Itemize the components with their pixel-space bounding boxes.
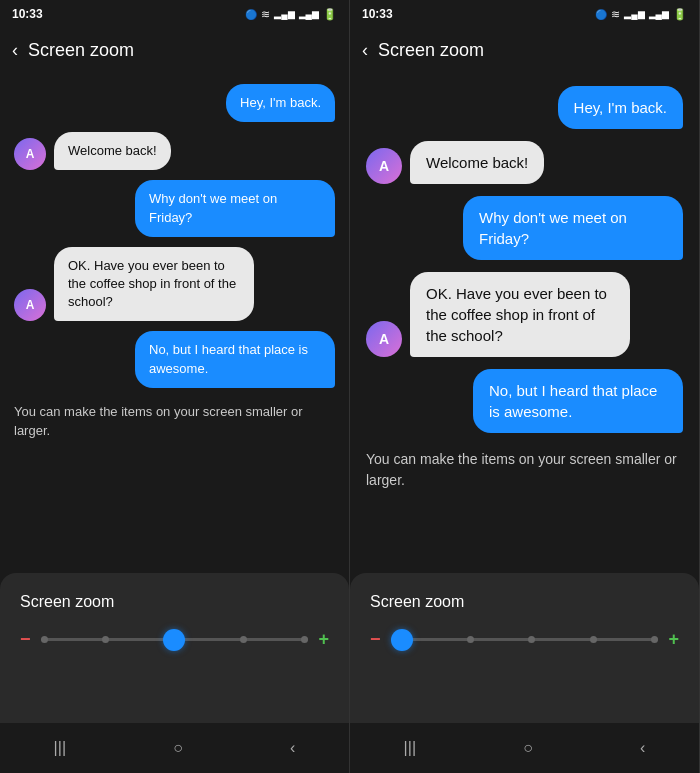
bubble-sent: No, but I heard that place is awesome. (135, 331, 335, 387)
status-bar-left: 10:33 🔵 ≋ ▂▄▆ ▂▄▆ 🔋 (0, 0, 349, 28)
slider-row-left[interactable]: − + (20, 629, 329, 650)
signal-icon: ▂▄▆ (274, 9, 294, 19)
back-nav-button-right[interactable]: ‹ (640, 739, 645, 757)
avatar: A (366, 321, 402, 357)
slider-row-right[interactable]: − + (370, 629, 679, 650)
page-title-right: Screen zoom (378, 40, 484, 61)
bluetooth-icon-r: 🔵 (595, 9, 607, 20)
menu-button-right[interactable]: ||| (404, 739, 416, 757)
zoom-panel-right: Screen zoom − + (350, 573, 699, 723)
message-row: Why don't we meet on Friday? (366, 196, 683, 260)
chat-area-left: Hey, I'm back. A Welcome back! Why don't… (0, 72, 349, 573)
slider-dot-active-r (391, 629, 413, 651)
bubble-sent: No, but I heard that place is awesome. (473, 369, 683, 433)
home-button-left[interactable]: ○ (173, 739, 183, 757)
zoom-panel-left: Screen zoom − + (0, 573, 349, 723)
home-bar-right: ||| ○ ‹ (350, 723, 699, 773)
message-row: Hey, I'm back. (14, 84, 335, 122)
slider-dots-right (391, 629, 659, 651)
back-nav-button-left[interactable]: ‹ (290, 739, 295, 757)
slider-track-left[interactable] (41, 638, 309, 641)
slider-dot-active (163, 629, 185, 651)
phone-panel-right: 10:33 🔵 ≋ ▂▄▆ ▂▄▆ 🔋 ‹ Screen zoom Hey, I… (350, 0, 700, 773)
status-bar-right: 10:33 🔵 ≋ ▂▄▆ ▂▄▆ 🔋 (350, 0, 699, 28)
home-button-right[interactable]: ○ (523, 739, 533, 757)
avatar: A (366, 148, 402, 184)
plus-icon-right[interactable]: + (668, 629, 679, 650)
slider-dot-1 (41, 636, 48, 643)
signal-icon-2-r: ▂▄▆ (649, 9, 669, 19)
back-button-right[interactable]: ‹ (362, 40, 368, 61)
bubble-received: OK. Have you ever been to the coffee sho… (410, 272, 630, 357)
bluetooth-icon: 🔵 (245, 9, 257, 20)
nav-bar-left: ‹ Screen zoom (0, 28, 349, 72)
slider-dot-r4 (651, 636, 658, 643)
slider-dot-2 (102, 636, 109, 643)
status-time-left: 10:33 (12, 7, 43, 21)
signal-icon-r: ▂▄▆ (624, 9, 644, 19)
home-bar-left: ||| ○ ‹ (0, 723, 349, 773)
page-title-left: Screen zoom (28, 40, 134, 61)
status-icons-left: 🔵 ≋ ▂▄▆ ▂▄▆ 🔋 (245, 8, 337, 21)
menu-button-left[interactable]: ||| (54, 739, 66, 757)
battery-icon: 🔋 (323, 8, 337, 21)
minus-icon-left[interactable]: − (20, 629, 31, 650)
slider-dots-left (41, 629, 309, 651)
plus-icon-left[interactable]: + (318, 629, 329, 650)
bubble-sent: Hey, I'm back. (558, 86, 683, 129)
description-text-right: You can make the items on your screen sm… (366, 445, 683, 495)
message-row: A Welcome back! (366, 141, 683, 184)
back-button-left[interactable]: ‹ (12, 40, 18, 61)
slider-dot-r3 (590, 636, 597, 643)
signal-icon-2: ▂▄▆ (299, 9, 319, 19)
slider-dot-r1 (467, 636, 474, 643)
bubble-sent: Why don't we meet on Friday? (135, 180, 335, 236)
zoom-label-right: Screen zoom (370, 593, 679, 611)
status-time-right: 10:33 (362, 7, 393, 21)
battery-icon-r: 🔋 (673, 8, 687, 21)
bubble-received: Welcome back! (410, 141, 544, 184)
bubble-sent: Why don't we meet on Friday? (463, 196, 683, 260)
avatar: A (14, 289, 46, 321)
message-row: Why don't we meet on Friday? (14, 180, 335, 236)
description-text-left: You can make the items on your screen sm… (14, 398, 335, 445)
wifi-icon-r: ≋ (611, 8, 620, 21)
message-row: A Welcome back! (14, 132, 335, 170)
message-row: Hey, I'm back. (366, 86, 683, 129)
message-row: No, but I heard that place is awesome. (366, 369, 683, 433)
minus-icon-right[interactable]: − (370, 629, 381, 650)
avatar: A (14, 138, 46, 170)
chat-area-right: Hey, I'm back. A Welcome back! Why don't… (350, 72, 699, 573)
bubble-sent: Hey, I'm back. (226, 84, 335, 122)
bubble-received: OK. Have you ever been to the coffee sho… (54, 247, 254, 322)
phone-panel-left: 10:33 🔵 ≋ ▂▄▆ ▂▄▆ 🔋 ‹ Screen zoom Hey, I… (0, 0, 350, 773)
message-row: A OK. Have you ever been to the coffee s… (14, 247, 335, 322)
zoom-label-left: Screen zoom (20, 593, 329, 611)
slider-dot-r2 (528, 636, 535, 643)
slider-dot-3 (240, 636, 247, 643)
slider-dot-4 (301, 636, 308, 643)
message-row: No, but I heard that place is awesome. (14, 331, 335, 387)
wifi-icon: ≋ (261, 8, 270, 21)
slider-track-right[interactable] (391, 638, 659, 641)
status-icons-right: 🔵 ≋ ▂▄▆ ▂▄▆ 🔋 (595, 8, 687, 21)
nav-bar-right: ‹ Screen zoom (350, 28, 699, 72)
bubble-received: Welcome back! (54, 132, 171, 170)
message-row: A OK. Have you ever been to the coffee s… (366, 272, 683, 357)
